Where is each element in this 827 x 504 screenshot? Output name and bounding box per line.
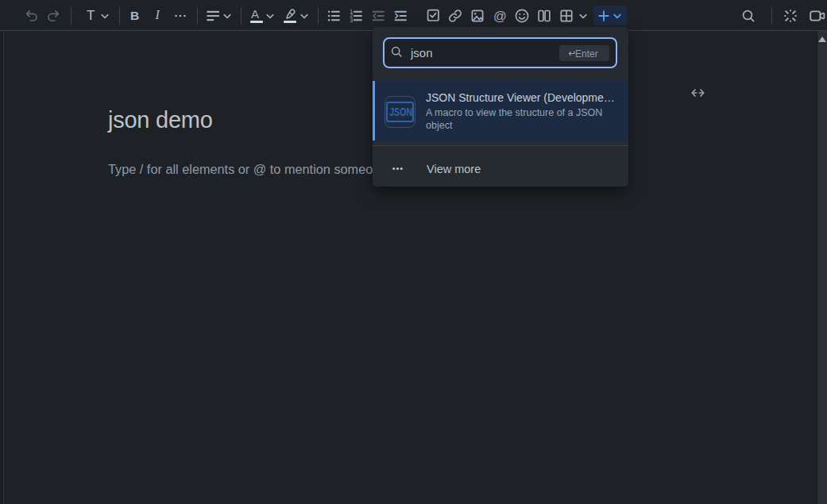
svg-text:3: 3 (350, 17, 353, 23)
